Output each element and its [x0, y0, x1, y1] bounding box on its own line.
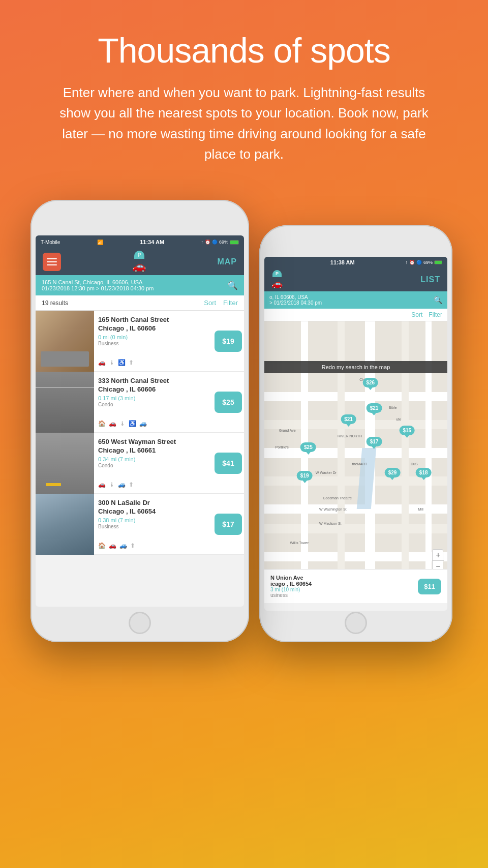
hamburger-line-1 — [47, 258, 57, 259]
car-icon-left: 🚗 — [132, 260, 146, 273]
road-h5 — [264, 476, 447, 486]
hero-description: Enter where and when you want to park. L… — [56, 82, 432, 164]
listing-price-4[interactable]: $17 — [212, 494, 244, 554]
filter-button-right[interactable]: Filter — [429, 311, 442, 318]
map-pin-26[interactable]: $26 — [362, 378, 378, 387]
status-icons-left: ↑ ⏰ 🔵 69% — [201, 240, 239, 245]
redo-banner[interactable]: Redo my search in the map — [264, 361, 447, 373]
amenity-car3-icon: 🚙 — [139, 420, 147, 427]
amenity-height-icon: ⬆ — [129, 359, 134, 366]
listing-price-2[interactable]: $25 — [212, 372, 244, 432]
amenity-access2-icon: ♿ — [129, 420, 136, 427]
results-count: 19 results — [42, 300, 68, 307]
listing-item-4[interactable]: 300 N LaSalle Dr Chicago , IL 60654 0.38… — [36, 494, 244, 555]
map-pin-21b[interactable]: $21 — [367, 403, 382, 413]
map-label-bible: Bible — [389, 406, 397, 409]
alarm-icon: ⏰ — [205, 240, 210, 245]
listing-item-3[interactable]: 650 West Wayman Street Chicago , IL 6066… — [36, 433, 244, 494]
listing-item-2[interactable]: 333 North Canal Street Chicago , IL 6060… — [36, 372, 244, 433]
hamburger-line-3 — [47, 264, 57, 265]
map-pin-21a[interactable]: $21 — [341, 414, 356, 424]
p-badge-left: P — [134, 251, 144, 259]
amenity-temp2-icon: 🌡 — [119, 420, 126, 427]
map-pin-29[interactable]: $29 — [385, 468, 401, 477]
listing-distance-2: 0.17 mi (3 min) — [98, 395, 208, 401]
map-label-ute: ute — [396, 417, 401, 421]
map-label-goodman: Goodman Theatre — [323, 496, 352, 500]
listing-thumb-2 — [36, 372, 94, 433]
amenity-icons-3: 🚗 🌡 🚙 ⬆ — [98, 481, 208, 488]
search-icon-right[interactable]: 🔍 — [434, 296, 442, 304]
view-mode-left[interactable]: MAP — [217, 257, 237, 266]
card-distance: 3 mi (10 min) — [270, 587, 312, 592]
card-price-button[interactable]: $11 — [418, 579, 441, 594]
listing-item-1[interactable]: 165 North Canal Street Chicago , IL 6060… — [36, 311, 244, 372]
wifi-icon: 📶 — [97, 240, 103, 245]
map-pin-17[interactable]: $17 — [367, 437, 382, 446]
map-label-wacker: W Wacker Dr — [316, 471, 337, 474]
listing-info-1: 165 North Canal Street Chicago , IL 6060… — [94, 311, 212, 371]
status-icons-right: ↑ ⏰ 🔵 69% — [405, 260, 442, 265]
time-left: 11:34 AM — [140, 239, 164, 245]
listing-distance-4: 0.38 mi (7 min) — [98, 517, 208, 523]
road-h7 — [264, 524, 447, 533]
listing-distance-3: 0.34 mi (7 min) — [98, 456, 208, 462]
carrier-text: T-Mobile — [41, 240, 60, 245]
view-mode-right[interactable]: LIST — [420, 275, 440, 284]
hamburger-button[interactable] — [43, 253, 61, 271]
nav-bar-right: P 🚗 LIST — [264, 268, 447, 291]
sort-button-left[interactable]: Sort — [204, 299, 216, 307]
amenity-car6-icon: 🚗 — [109, 542, 116, 549]
map-pin-15[interactable]: $15 — [399, 426, 415, 435]
results-bar-right: Sort Filter — [264, 309, 447, 321]
search-row-left: 165 N Canal St, Chicago, IL 60606, USA 0… — [42, 279, 238, 291]
search-bar-left[interactable]: 165 N Canal St, Chicago, IL 60606, USA 0… — [36, 275, 244, 295]
map-pin-25[interactable]: $25 — [300, 442, 316, 452]
battery-text-right: 69% — [423, 260, 433, 265]
amenity-car7-icon: 🚙 — [119, 542, 127, 549]
sort-button-right[interactable]: Sort — [411, 311, 422, 318]
home-button-left[interactable] — [129, 612, 151, 634]
map-label-dus: DuS — [411, 462, 418, 466]
hero-title: Thousands of spots — [41, 31, 447, 70]
amenity-car-icon: 🚗 — [98, 359, 106, 366]
map-pin-18[interactable]: $18 — [416, 468, 432, 477]
listing-thumb-1 — [36, 311, 94, 372]
phones-container: T-Mobile 📶 11:34 AM ↑ ⏰ 🔵 69% — [0, 185, 488, 830]
app-logo-right: P 🚗 — [271, 270, 283, 289]
status-bar-left: T-Mobile 📶 11:34 AM ↑ ⏰ 🔵 69% — [36, 235, 244, 249]
results-bar-left: 19 results Sort Filter — [36, 295, 244, 311]
listing-info-2: 333 North Canal Street Chicago , IL 6060… — [94, 372, 212, 432]
zoom-in-button[interactable]: + — [433, 550, 444, 561]
filter-button-left[interactable]: Filter — [223, 299, 238, 307]
road-h8 — [264, 552, 447, 561]
listing-distance-1: 0 mi (0 min) — [98, 334, 208, 340]
phone-right-screen: 11:38 AM ↑ ⏰ 🔵 69% P 🚗 LIST — [264, 257, 447, 611]
search-address-left: 165 N Canal St, Chicago, IL 60606, USA 0… — [42, 279, 154, 291]
listing-type-3: Condo — [98, 463, 208, 468]
nav-bar-left: P 🚗 MAP — [36, 249, 244, 275]
map-container[interactable]: Chicago Bible ute Grand Ave RIVER NORTH … — [264, 321, 447, 603]
listing-price-3[interactable]: $41 — [212, 433, 244, 493]
map-pin-19[interactable]: $19 — [297, 471, 313, 481]
amenity-temp3-icon: 🌡 — [109, 481, 115, 488]
battery-icon-left — [230, 240, 239, 245]
amenity-icons-2: 🏠 🚗 🌡 ♿ 🚙 — [98, 420, 208, 427]
alarm-icon-right: ⏰ — [409, 260, 415, 265]
time-right: 11:38 AM — [330, 259, 355, 265]
card-address-line1: N Union Ave — [270, 575, 312, 581]
phone-right: 11:38 AM ↑ ⏰ 🔵 69% P 🚗 LIST — [259, 225, 452, 642]
home-button-right[interactable] — [345, 612, 367, 634]
bottom-result-card[interactable]: N Union Ave icago , IL 60654 3 mi (10 mi… — [264, 569, 447, 603]
listing-info-3: 650 West Wayman Street Chicago , IL 6066… — [94, 433, 212, 493]
card-address-line2: icago , IL 60654 — [270, 581, 312, 587]
search-icon-left[interactable]: 🔍 — [228, 281, 238, 290]
search-bar-right[interactable]: o, IL 60606, USA > 01/23/2018 04:30 pm 🔍 — [264, 291, 447, 309]
hero-section: Thousands of spots Enter where and when … — [0, 0, 488, 185]
map-label-willis: Willis Tower — [290, 541, 309, 545]
map-label-themart: theMART — [352, 462, 367, 466]
listing-thumb-4 — [36, 494, 94, 555]
amenity-height2-icon: ⬆ — [129, 481, 134, 488]
listing-price-1[interactable]: $19 — [212, 311, 244, 371]
car-icon-right: 🚗 — [271, 278, 283, 289]
